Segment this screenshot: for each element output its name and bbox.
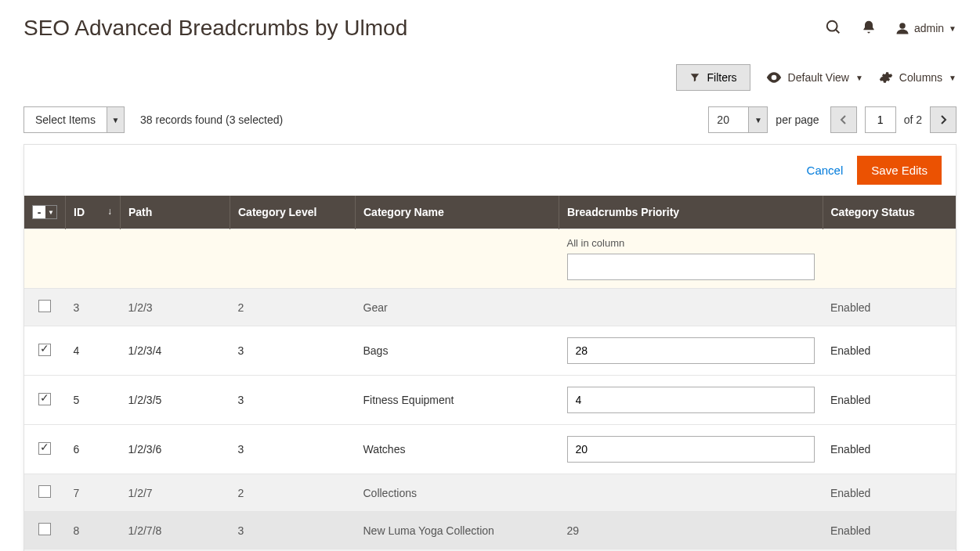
svg-point-0 [827, 20, 837, 31]
page-size-value: 20 [709, 107, 748, 132]
cell-name: Watches [356, 425, 559, 474]
next-page-button[interactable] [930, 106, 956, 133]
row-checkbox[interactable] [38, 523, 51, 535]
all-in-column-input[interactable] [567, 254, 815, 280]
cell-id: 3 [66, 289, 121, 326]
default-view-menu[interactable]: Default View ▼ [766, 71, 863, 84]
cell-priority [559, 326, 823, 376]
cell-id: 4 [66, 326, 121, 376]
cell-id: 6 [66, 425, 121, 474]
cell-status: Enabled [823, 326, 956, 376]
row-checkbox[interactable] [38, 344, 51, 356]
caret-down-icon: ▼ [855, 74, 863, 82]
page-title: SEO Advanced Breadcrumbs by Ulmod [24, 16, 407, 41]
cell-path: 1/2/3/5 [121, 376, 230, 425]
svg-line-1 [836, 29, 840, 33]
chevron-left-icon [840, 114, 848, 125]
row-checkbox[interactable] [38, 485, 51, 498]
chevron-right-icon [939, 114, 947, 125]
cell-id: 8 [66, 512, 121, 549]
cell-name: New Luma Yoga Collection [356, 512, 559, 549]
cancel-button[interactable]: Cancel [807, 164, 844, 177]
cell-name: Collections [356, 474, 559, 512]
select-items-dropdown[interactable]: Select Items ▼ [24, 106, 125, 133]
save-edits-button[interactable]: Save Edits [857, 156, 942, 185]
priority-input[interactable] [567, 337, 815, 364]
row-checkbox[interactable] [38, 393, 51, 405]
columns-label: Columns [899, 71, 942, 84]
caret-down-icon: ▼ [107, 107, 124, 132]
column-header-id[interactable]: ID ↓ [66, 196, 121, 229]
indeterminate-icon: - [33, 207, 45, 218]
cell-id: 5 [66, 376, 121, 425]
cell-status: Enabled [823, 512, 956, 549]
of-label: of 2 [904, 113, 922, 126]
per-page-label: per page [776, 113, 819, 126]
cell-name: Bags [356, 326, 559, 376]
cell-priority [559, 376, 823, 425]
filter-icon [689, 72, 700, 83]
caret-down-icon: ▼ [949, 24, 956, 33]
cell-level: 3 [230, 512, 356, 549]
cell-name: Fitness Equipment [356, 376, 559, 425]
cell-status: Enabled [823, 474, 956, 512]
user-menu[interactable]: admin ▼ [895, 21, 956, 35]
cell-path: 1/2/7/8 [121, 512, 230, 549]
column-header-name[interactable]: Category Name [356, 196, 559, 229]
prev-page-button[interactable] [830, 106, 857, 133]
table-row[interactable]: 61/2/3/63WatchesEnabled [24, 425, 956, 474]
cell-id: 7 [66, 474, 121, 512]
row-checkbox[interactable] [38, 300, 51, 312]
user-name: admin [914, 22, 944, 34]
caret-down-icon: ▼ [748, 107, 767, 132]
data-grid: - ▼ ID ↓ Path Category Level Category Na… [24, 196, 956, 551]
cell-status: Enabled [823, 289, 956, 326]
column-header-priority[interactable]: Breadcrumbs Priority [559, 196, 823, 229]
cell-path: 1/2/3/6 [121, 425, 230, 474]
cell-path: 1/2/7 [121, 474, 230, 512]
caret-down-icon: ▼ [949, 74, 956, 82]
cell-name: Gear [356, 289, 559, 326]
all-in-column-label: All in column [567, 237, 815, 249]
priority-input[interactable] [567, 387, 815, 413]
cell-priority [559, 289, 823, 326]
svg-point-2 [899, 23, 906, 29]
cell-path: 1/2/3/4 [121, 326, 230, 376]
table-row[interactable]: 31/2/32GearEnabled [24, 289, 956, 326]
bell-icon[interactable] [861, 20, 877, 38]
user-icon [895, 21, 909, 35]
cell-level: 2 [230, 474, 356, 512]
priority-input[interactable] [567, 436, 815, 463]
search-icon[interactable] [825, 19, 842, 38]
filters-label: Filters [707, 71, 736, 84]
cell-status: Enabled [823, 425, 956, 474]
column-header-level[interactable]: Category Level [230, 196, 356, 229]
cell-status: Enabled [823, 376, 956, 425]
cell-level: 3 [230, 425, 356, 474]
table-row[interactable]: 81/2/7/83New Luma Yoga Collection29Enabl… [24, 512, 956, 549]
cell-level: 3 [230, 326, 356, 376]
filters-button[interactable]: Filters [676, 64, 750, 91]
select-items-label: Select Items [24, 107, 107, 132]
cell-level: 3 [230, 376, 356, 425]
table-row[interactable]: 51/2/3/53Fitness EquipmentEnabled [24, 376, 956, 425]
column-header-status[interactable]: Category Status [823, 196, 956, 229]
eye-icon [766, 72, 782, 83]
columns-menu[interactable]: Columns ▼ [879, 70, 956, 85]
cell-level: 2 [230, 289, 356, 326]
sort-asc-icon: ↓ [107, 206, 112, 217]
caret-down-icon: ▼ [45, 206, 56, 218]
all-in-column-row: All in column [24, 229, 956, 289]
row-checkbox[interactable] [38, 442, 51, 455]
records-found: 38 records found (3 selected) [140, 113, 283, 126]
cell-priority [559, 425, 823, 474]
column-header-checkbox[interactable]: - ▼ [24, 196, 66, 229]
table-row[interactable]: 41/2/3/43BagsEnabled [24, 326, 956, 376]
page-size-dropdown[interactable]: 20 ▼ [708, 106, 768, 133]
table-row[interactable]: 71/2/72CollectionsEnabled [24, 474, 956, 512]
column-header-path[interactable]: Path [121, 196, 230, 229]
cell-priority [559, 474, 823, 512]
gear-icon [879, 70, 893, 85]
page-input[interactable] [865, 106, 896, 133]
default-view-label: Default View [788, 71, 849, 84]
